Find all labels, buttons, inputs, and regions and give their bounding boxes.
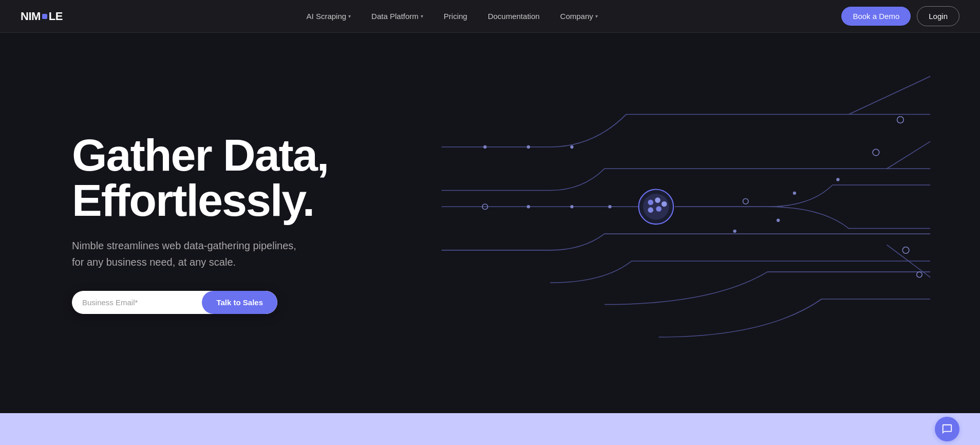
login-button[interactable]: Login [917, 6, 959, 26]
svg-point-6 [608, 205, 611, 208]
nav-item-ai-scraping[interactable]: AI Scraping ▾ [298, 8, 360, 25]
chevron-down-icon: ▾ [348, 13, 351, 19]
svg-point-12 [902, 247, 909, 254]
chevron-down-icon: ▾ [595, 13, 598, 19]
svg-point-13 [917, 272, 922, 277]
svg-point-0 [483, 145, 486, 149]
hero-section: .line { fill: none; stroke: #4a4f8a; str… [0, 33, 980, 413]
svg-point-17 [643, 194, 669, 220]
chevron-down-icon: ▾ [421, 13, 423, 19]
svg-point-15 [777, 219, 780, 222]
svg-point-1 [527, 145, 530, 149]
logo-text: NIM [21, 10, 41, 23]
nav-item-pricing[interactable]: Pricing [436, 8, 476, 25]
hero-cta-form: Talk to Sales [72, 291, 277, 314]
svg-point-14 [733, 230, 737, 233]
svg-point-22 [662, 201, 667, 207]
navbar: NIMLE AI Scraping ▾ Data Platform ▾ Pric… [0, 0, 980, 33]
network-diagram: .line { fill: none; stroke: #4a4f8a; str… [392, 33, 980, 413]
bottom-bar [0, 413, 980, 445]
svg-point-4 [527, 205, 530, 208]
svg-point-18 [648, 200, 654, 206]
logo[interactable]: NIMLE [21, 10, 63, 23]
logo-text-2: LE [49, 10, 63, 23]
talk-to-sales-button[interactable]: Talk to Sales [202, 291, 277, 314]
svg-point-7 [743, 198, 749, 204]
email-input[interactable] [72, 291, 202, 314]
svg-point-11 [873, 149, 879, 156]
svg-point-20 [648, 207, 654, 213]
nav-item-company[interactable]: Company ▾ [552, 8, 606, 25]
hero-subtitle: Nimble streamlines web data-gathering pi… [72, 237, 328, 270]
svg-point-21 [656, 206, 662, 212]
nav-actions: Book a Demo Login [841, 6, 959, 26]
svg-point-9 [836, 178, 839, 181]
hero-title: Gather Data, Effortlessly. [72, 133, 328, 223]
nav-item-documentation[interactable]: Documentation [480, 8, 548, 25]
chat-widget-button[interactable] [935, 417, 959, 441]
svg-point-10 [897, 117, 904, 123]
svg-point-2 [570, 145, 573, 149]
nav-item-data-platform[interactable]: Data Platform ▾ [363, 8, 431, 25]
svg-point-19 [655, 197, 661, 203]
svg-point-5 [570, 205, 573, 208]
book-demo-button[interactable]: Book a Demo [841, 7, 911, 26]
nav-links: AI Scraping ▾ Data Platform ▾ Pricing Do… [298, 8, 606, 25]
svg-point-8 [793, 192, 796, 195]
logo-icon [42, 14, 47, 19]
hero-content: Gather Data, Effortlessly. Nimble stream… [0, 91, 328, 355]
